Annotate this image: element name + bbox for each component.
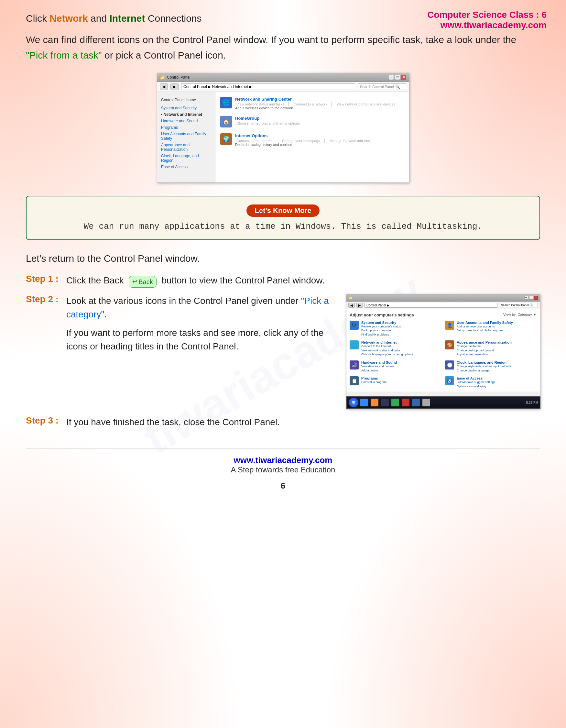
- step-3-row: Step 3 : If you have finished the task, …: [26, 415, 540, 429]
- homegroup-content: HomeGroup Choose homegroup and sharing o…: [235, 116, 301, 125]
- cp2-fwd-btn[interactable]: ▶: [356, 303, 363, 308]
- search-box[interactable]: Search Control Panel 🔍: [358, 83, 406, 90]
- footer-tagline: A Step towards free Education: [26, 465, 540, 474]
- cp2-titlebar: 📁 ─ □ ✕: [346, 294, 540, 302]
- taskbar-icon-6[interactable]: [412, 399, 420, 406]
- internet-desc: Delete browsing history and cookies: [235, 143, 371, 147]
- sidebar-item-system[interactable]: System and Security: [161, 105, 211, 111]
- homegroup-item: 🏠 HomeGroup Choose homegroup and sharing…: [220, 116, 404, 127]
- step-3-content: If you have finished the task, close the…: [66, 415, 280, 429]
- addressbar-1: ◀ ▶ Control Panel ▶ Network and Internet…: [157, 82, 409, 92]
- cp2-path: Control Panel ▶: [364, 303, 497, 308]
- know-more-box: Let's Know More We can run many applicat…: [26, 196, 540, 240]
- taskbar-screenshot: ⊞ 5:27 PM: [346, 396, 540, 409]
- view-by[interactable]: View by: Category ▼: [503, 313, 537, 317]
- intro-paragraph: We can find different icons on the Contr…: [26, 32, 540, 63]
- taskbar-icon-5[interactable]: [402, 399, 409, 406]
- step-3-label: Step 3 :: [26, 415, 61, 426]
- cp2-addressbar: ◀ ▶ Control Panel ▶ Search Control Panel…: [346, 302, 540, 309]
- cp2-network-item: 🌐 Network and Internet Connect to the In…: [349, 340, 441, 357]
- cp2-clock-item: 🕐 Clock, Language, and Region Change key…: [445, 360, 537, 372]
- cp2-close-btn[interactable]: ✕: [534, 296, 538, 300]
- network-add-desc: Add a wireless device to the network: [235, 106, 396, 110]
- cp2-minimize-btn[interactable]: ─: [524, 296, 528, 300]
- link-change-homepage[interactable]: Change your homepage: [282, 139, 320, 143]
- homegroup-title[interactable]: HomeGroup: [235, 116, 301, 121]
- link-view-network[interactable]: View network status and tasks: [237, 102, 284, 106]
- taskbar-icon-7[interactable]: [422, 399, 430, 406]
- cp2-clock-content: Clock, Language, and Region Change keybo…: [457, 360, 511, 372]
- link-view-computers[interactable]: View network computers and devices: [337, 102, 395, 106]
- cp2-ease-title[interactable]: Ease of Access: [457, 376, 495, 380]
- step-2-intro: Look at the various icons in the Control…: [66, 294, 336, 321]
- forward-nav-button[interactable]: ▶: [171, 83, 179, 90]
- cp2-user-title[interactable]: User Accounts and Family Safety: [457, 321, 513, 325]
- link-connect-internet[interactable]: Connect to the Internet: [237, 139, 273, 143]
- cp2-title-left: 📁: [348, 296, 353, 300]
- steps-section: Let's return to the Control Panel window…: [26, 253, 540, 429]
- cp-title-text: Control Panel: [167, 75, 191, 80]
- control-panel-screenshot-1: 📁 Control Panel ─ □ ✕ ◀ ▶ Control Panel …: [157, 73, 409, 183]
- cp2-hw-title[interactable]: Hardware and Sound: [361, 360, 397, 364]
- network-icon: 🌐: [220, 97, 232, 108]
- cp2-back-btn[interactable]: ◀: [348, 303, 355, 308]
- cp2-appear-content: Appearance and Personalization Change th…: [457, 340, 512, 357]
- sidebar-item-programs[interactable]: Programs: [161, 124, 211, 131]
- sidebar-item-ease[interactable]: Ease of Access: [161, 164, 211, 170]
- cp2-ease-links: Let Windows suggest settingsOptimize vis…: [457, 380, 495, 388]
- internet-options-title[interactable]: Internet Options: [235, 133, 371, 138]
- sidebar-item-clock[interactable]: Clock, Language, and Region: [161, 153, 211, 164]
- cp2-system-item: 🛡 System and Security Review your comput…: [349, 321, 441, 337]
- back-nav-button[interactable]: ◀: [160, 83, 168, 90]
- cp2-network-links: Connect to the InternetView network stat…: [361, 344, 413, 357]
- link-connect-network[interactable]: Connect to a network: [294, 102, 327, 106]
- cp2-appear-links: Change the themeChange desktop backgroun…: [457, 344, 512, 357]
- link-manage-addons[interactable]: Manage browser add-ons: [329, 139, 370, 143]
- step-2-extra: If you want to perform more tasks and se…: [66, 326, 336, 353]
- header-title: Computer Science Class : 6: [427, 10, 547, 20]
- minimize-button[interactable]: ─: [389, 75, 394, 80]
- cp2-maximize-btn[interactable]: □: [529, 296, 533, 300]
- footer: www.tiwariacademy.com A Step towards fre…: [26, 448, 540, 491]
- taskbar-right: 5:27 PM: [526, 401, 538, 404]
- cp2-prog-title[interactable]: Programs: [361, 376, 386, 380]
- cp2-network-title[interactable]: Network and Internet: [361, 340, 413, 344]
- step-1-content: Click the Back ↩ Back button to view the…: [66, 274, 325, 288]
- cp2-system-title[interactable]: System and Security: [361, 321, 401, 325]
- internet-options-links: Connect to the Internet │ Change your ho…: [235, 139, 371, 143]
- cp2-folder-icon: 📁: [348, 296, 353, 300]
- cp2-search[interactable]: Search Control Panel 🔍: [499, 303, 538, 307]
- link-homegroup[interactable]: Choose homegroup and sharing options: [237, 121, 300, 125]
- cp2-prog-icon: 📋: [349, 376, 359, 385]
- cp2-user-item: 👤 User Accounts and Family Safety Add or…: [445, 321, 537, 337]
- start-button[interactable]: ⊞: [349, 398, 358, 407]
- cp2-hw-item: 🔊 Hardware and Sound View devices and pr…: [349, 360, 441, 372]
- taskbar-icon-4[interactable]: [391, 399, 399, 406]
- taskbar-icon-2[interactable]: [371, 399, 378, 406]
- cp2-prog-content: Programs Uninstall a program: [361, 376, 386, 384]
- cp2-appear-title[interactable]: Appearance and Personalization: [457, 340, 512, 344]
- cp2-clock-title[interactable]: Clock, Language, and Region: [457, 360, 511, 364]
- sidebar-item-user[interactable]: User Accounts and Family Safety: [161, 131, 211, 142]
- maximize-button[interactable]: □: [395, 75, 400, 80]
- taskbar-icon-3[interactable]: [381, 399, 389, 406]
- return-text: Let's return to the Control Panel window…: [26, 253, 540, 264]
- close-button[interactable]: ✕: [401, 75, 406, 80]
- sidebar-item-network[interactable]: Network and Internet: [161, 111, 211, 118]
- network-sharing-title[interactable]: Network and Sharing Center: [235, 97, 396, 102]
- footer-website[interactable]: www.tiwariacademy.com: [26, 455, 540, 465]
- sidebar-item-appearance[interactable]: Appearance and Personalization: [161, 142, 211, 153]
- taskbar-ie-icon[interactable]: [360, 399, 368, 406]
- cp2-clock-icon: 🕐: [445, 360, 454, 370]
- cp2-search-icon: 🔍: [530, 303, 533, 307]
- address-path: Control Panel ▶ Network and Internet ▶: [181, 83, 355, 90]
- cp2-win-btns: ─ □ ✕: [524, 296, 538, 300]
- cp2-ease-icon: ♿: [445, 376, 454, 385]
- back-button-inline[interactable]: ↩ Back: [129, 276, 156, 288]
- cp2-user-icon: 👤: [445, 321, 454, 330]
- step-2-header-row: Step 2 : Look at the various icons in th…: [26, 294, 336, 321]
- sidebar-item-hardware[interactable]: Hardware and Sound: [161, 118, 211, 124]
- page-number: 6: [26, 481, 540, 491]
- titlebar-left: 📁 Control Panel: [160, 75, 191, 80]
- taskbar-time: 5:27 PM: [526, 401, 538, 404]
